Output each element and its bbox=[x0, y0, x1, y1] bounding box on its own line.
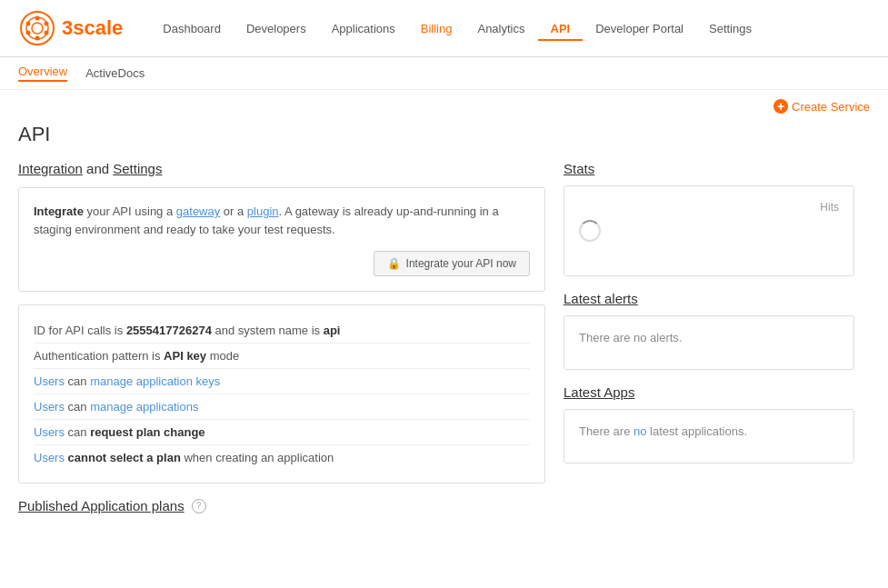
auth-row: Authentication pattern is API key mode bbox=[34, 344, 530, 369]
users-link-2[interactable]: Users bbox=[34, 400, 65, 414]
settings-link[interactable]: Settings bbox=[113, 161, 162, 176]
svg-point-3 bbox=[35, 16, 40, 21]
stats-title: Stats bbox=[564, 161, 854, 176]
manage-keys-row: Users can manage application keys bbox=[34, 369, 530, 394]
integrate-api-now-button[interactable]: 🔒 Integrate your API now bbox=[374, 251, 530, 276]
no-apps-text: There are no latest applications. bbox=[579, 424, 747, 438]
can-text-1: can bbox=[65, 374, 90, 388]
svg-point-6 bbox=[35, 36, 40, 41]
right-column: Stats Hits Latest alerts There are no al… bbox=[564, 161, 854, 513]
svg-point-7 bbox=[26, 31, 31, 35]
info-circle-icon[interactable]: ? bbox=[192, 499, 206, 513]
manage-apps-link[interactable]: manage applications bbox=[90, 400, 198, 414]
auth-text2: mode bbox=[206, 349, 239, 363]
select-plan-row: Users cannot select a plan when creating… bbox=[34, 445, 530, 470]
page-title: API bbox=[0, 123, 888, 146]
id-value: 2555417726274 bbox=[126, 324, 212, 337]
loading-spinner bbox=[579, 220, 601, 242]
apps-box: There are no latest applications. bbox=[564, 409, 854, 463]
users-link-4[interactable]: Users bbox=[34, 451, 65, 464]
info-rows-box: ID for API calls is 2555417726274 and sy… bbox=[18, 304, 545, 483]
users-link-1[interactable]: Users bbox=[34, 374, 65, 388]
stats-section: Stats Hits bbox=[564, 161, 854, 276]
integrate-btn-label: Integrate your API now bbox=[406, 257, 516, 270]
hits-label: Hits bbox=[820, 201, 839, 214]
heading-and-text: and bbox=[86, 161, 113, 176]
logo-icon bbox=[18, 9, 56, 47]
svg-point-5 bbox=[45, 31, 49, 35]
apps-title: Latest Apps bbox=[564, 384, 854, 400]
id-text: ID for API calls is bbox=[34, 324, 126, 337]
integrate-text2: or a bbox=[220, 204, 247, 218]
nav-api[interactable]: API bbox=[538, 16, 584, 41]
manage-apps-row: Users can manage applications bbox=[34, 394, 530, 420]
auth-text: Authentication pattern is bbox=[34, 349, 164, 363]
gateway-link[interactable]: gateway bbox=[176, 204, 220, 218]
auth-value: API key bbox=[164, 349, 206, 363]
can-text-3: can bbox=[65, 425, 90, 439]
no-apps-link[interactable]: no bbox=[634, 424, 646, 438]
header: 3scale Dashboard Developers Applications… bbox=[0, 0, 888, 57]
integrate-text1: your API using a bbox=[84, 204, 176, 218]
system-name: api bbox=[324, 324, 341, 337]
sub-nav: Overview ActiveDocs bbox=[0, 57, 888, 90]
stats-box: Hits bbox=[564, 185, 854, 276]
svg-point-1 bbox=[26, 17, 48, 39]
integrate-btn-icon: 🔒 bbox=[387, 257, 401, 270]
svg-point-2 bbox=[32, 23, 43, 34]
content-layout: Integration and Settings Integrate your … bbox=[0, 161, 888, 513]
integration-link[interactable]: Integration bbox=[18, 161, 83, 176]
id-text2: and system name is bbox=[212, 324, 324, 337]
request-plan-row: Users can request plan change bbox=[34, 420, 530, 445]
action-bar: Create Service bbox=[0, 90, 888, 123]
left-column: Integration and Settings Integrate your … bbox=[18, 161, 545, 513]
nav-analytics[interactable]: Analytics bbox=[464, 16, 537, 41]
request-plan-bold: request plan change bbox=[90, 425, 205, 439]
can-text-2: can bbox=[65, 400, 90, 414]
nav-billing[interactable]: Billing bbox=[408, 16, 465, 41]
alerts-title: Latest alerts bbox=[564, 291, 854, 306]
main-nav: Dashboard Developers Applications Billin… bbox=[150, 16, 764, 41]
integrate-bold: Integrate bbox=[34, 204, 84, 218]
alerts-section: Latest alerts There are no alerts. bbox=[564, 291, 854, 370]
nav-applications[interactable]: Applications bbox=[319, 16, 408, 41]
subnav-activedocs[interactable]: ActiveDocs bbox=[85, 66, 145, 80]
create-service-button[interactable]: Create Service bbox=[773, 99, 870, 114]
nav-settings[interactable]: Settings bbox=[696, 16, 764, 41]
integrate-btn-wrap: 🔒 Integrate your API now bbox=[34, 251, 530, 276]
published-heading: Published Application plans ? bbox=[18, 498, 545, 513]
published-link[interactable]: Published Application plans bbox=[18, 498, 185, 513]
svg-point-8 bbox=[26, 22, 31, 26]
integration-heading: Integration and Settings bbox=[18, 161, 545, 176]
id-row: ID for API calls is 2555417726274 and sy… bbox=[34, 318, 530, 344]
integrate-box: Integrate your API using a gateway or a … bbox=[18, 187, 545, 292]
subnav-overview[interactable]: Overview bbox=[18, 65, 67, 82]
manage-keys-link[interactable]: manage application keys bbox=[90, 374, 220, 388]
logo-text: 3scale bbox=[62, 16, 123, 40]
svg-point-4 bbox=[45, 22, 49, 26]
no-alerts-text: There are no alerts. bbox=[579, 331, 682, 344]
users-link-3[interactable]: Users bbox=[34, 425, 65, 439]
alerts-box: There are no alerts. bbox=[564, 315, 854, 370]
creating-app-text: when creating an application bbox=[181, 451, 334, 464]
logo: 3scale bbox=[18, 9, 123, 47]
nav-developers[interactable]: Developers bbox=[234, 16, 319, 41]
nav-developer-portal[interactable]: Developer Portal bbox=[583, 16, 696, 41]
nav-dashboard[interactable]: Dashboard bbox=[150, 16, 234, 41]
apps-section: Latest Apps There are no latest applicat… bbox=[564, 384, 854, 463]
integrate-description: Integrate your API using a gateway or a … bbox=[34, 203, 530, 238]
plugin-link[interactable]: plugin bbox=[247, 204, 279, 218]
cannot-select-bold: cannot select a plan bbox=[68, 451, 181, 464]
